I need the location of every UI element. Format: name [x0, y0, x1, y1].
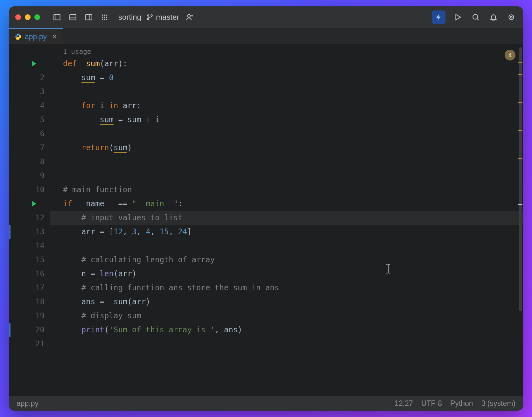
- project-name[interactable]: sorting: [118, 13, 141, 22]
- tab-filename: app.py: [25, 32, 47, 41]
- maximize-window[interactable]: [34, 14, 40, 20]
- code-line[interactable]: # calling function ans store the sum in …: [50, 281, 523, 295]
- gutter-line[interactable]: 17: [9, 281, 50, 295]
- gutter-line[interactable]: 10: [9, 183, 50, 197]
- code-line[interactable]: for i in arr:: [50, 99, 523, 113]
- bottom-panel-icon[interactable]: [67, 12, 78, 23]
- add-user-icon[interactable]: [184, 12, 195, 23]
- scroll-thumb[interactable]: [519, 47, 522, 311]
- code-line[interactable]: [50, 127, 523, 141]
- run-icon[interactable]: [452, 12, 463, 23]
- warning-tick[interactable]: [518, 130, 522, 131]
- window-controls: [15, 14, 40, 20]
- gutter-line[interactable]: 12: [9, 211, 50, 225]
- left-panel-icon[interactable]: [52, 12, 62, 23]
- status-caret-position[interactable]: 12:27: [395, 399, 413, 408]
- grid-menu-icon[interactable]: [99, 12, 110, 23]
- close-window[interactable]: [15, 14, 21, 20]
- code-line[interactable]: def _sum(arr):: [50, 57, 523, 71]
- code-line[interactable]: return(sum): [50, 141, 523, 155]
- code-line[interactable]: print('Sum of this array is ', ans): [50, 323, 523, 337]
- code-line[interactable]: [50, 155, 523, 169]
- tab-app-py[interactable]: app.py ✕: [9, 28, 63, 44]
- gutter-line[interactable]: [9, 197, 50, 211]
- branch-label: master: [156, 13, 179, 22]
- usage-hint[interactable]: 1 usage: [50, 46, 523, 57]
- git-branch[interactable]: master: [146, 13, 179, 22]
- status-file[interactable]: app.py: [17, 399, 38, 408]
- gutter-line[interactable]: 4: [9, 99, 50, 113]
- code-line[interactable]: # calculating length of array: [50, 253, 523, 267]
- code-line[interactable]: # main function: [50, 183, 523, 197]
- line-gutter: 2 3 4 5 6 7 8 9 10 12 13 14 15 16 17 18 …: [9, 45, 50, 396]
- code-line[interactable]: [50, 337, 523, 351]
- svg-point-23: [509, 15, 514, 19]
- svg-point-26: [19, 39, 19, 39]
- svg-point-25: [17, 34, 18, 35]
- code-line[interactable]: [50, 239, 523, 253]
- svg-point-13: [104, 18, 105, 20]
- svg-line-22: [477, 18, 479, 20]
- code-line[interactable]: ans = _sum(arr): [50, 295, 523, 309]
- gutter-line[interactable]: 13: [9, 225, 50, 239]
- minimize-window[interactable]: [25, 14, 31, 20]
- gutter-line[interactable]: 6: [9, 127, 50, 141]
- run-gutter-icon[interactable]: [32, 61, 36, 67]
- code-line[interactable]: if __name__ == "__main__":: [50, 197, 523, 211]
- inspection-badge[interactable]: 4: [505, 50, 515, 60]
- gutter-line[interactable]: 8: [9, 155, 50, 169]
- search-icon[interactable]: [470, 12, 481, 23]
- code-line[interactable]: # display sum: [50, 309, 523, 323]
- run-gutter-icon[interactable]: [32, 201, 36, 207]
- code-line[interactable]: arr = [12, 3, 4, 15, 24]: [50, 225, 523, 239]
- branch-icon: [146, 14, 153, 21]
- gutter-line[interactable]: 3: [9, 85, 50, 99]
- ai-assist-button[interactable]: [432, 11, 445, 24]
- warning-tick[interactable]: [518, 62, 522, 63]
- gutter-line[interactable]: 7: [9, 141, 50, 155]
- warning-tick[interactable]: [518, 102, 522, 103]
- code-line[interactable]: [50, 85, 523, 99]
- svg-rect-2: [70, 14, 76, 20]
- gutter-line[interactable]: 21: [9, 337, 50, 351]
- title-bar: sorting master: [9, 6, 523, 28]
- gutter-line[interactable]: 20: [9, 323, 50, 337]
- svg-point-18: [188, 14, 191, 17]
- close-tab-icon[interactable]: ✕: [52, 33, 57, 40]
- gutter-line[interactable]: 2: [9, 71, 50, 85]
- gutter-line[interactable]: 9: [9, 169, 50, 183]
- code-line[interactable]: n = len(arr): [50, 267, 523, 281]
- vcs-change-marker[interactable]: [9, 225, 10, 239]
- caret-tick[interactable]: [518, 204, 522, 205]
- status-encoding[interactable]: UTF-8: [421, 399, 442, 408]
- gutter-line[interactable]: 18: [9, 295, 50, 309]
- gutter-line[interactable]: 15: [9, 253, 50, 267]
- code-line-current[interactable]: # input values to list: [50, 211, 523, 225]
- gutter-line[interactable]: 5: [9, 113, 50, 127]
- gutter-line[interactable]: 16: [9, 267, 50, 281]
- settings-icon[interactable]: [506, 12, 517, 23]
- code-editor[interactable]: 2 3 4 5 6 7 8 9 10 12 13 14 15 16 17 18 …: [9, 45, 523, 396]
- svg-point-8: [106, 14, 108, 16]
- ide-window: sorting master: [9, 6, 523, 411]
- usage-hint-gutter: [9, 46, 50, 57]
- gutter-line[interactable]: 14: [9, 239, 50, 253]
- warning-tick[interactable]: [518, 158, 522, 159]
- status-interpreter[interactable]: 3 (system): [481, 399, 515, 408]
- svg-point-9: [102, 17, 103, 18]
- svg-point-11: [106, 17, 108, 18]
- right-panel-icon[interactable]: [83, 12, 94, 23]
- gutter-line[interactable]: [9, 57, 50, 71]
- notifications-icon[interactable]: [488, 12, 499, 23]
- svg-point-17: [151, 15, 152, 16]
- code-lines[interactable]: 1 usage def _sum(arr): sum = 0 for i in …: [50, 45, 523, 396]
- svg-point-7: [104, 14, 105, 16]
- vcs-change-marker[interactable]: [9, 323, 10, 337]
- error-stripe[interactable]: [517, 45, 523, 396]
- status-language[interactable]: Python: [450, 399, 473, 408]
- code-line[interactable]: sum = 0: [50, 71, 523, 85]
- warning-tick[interactable]: [518, 74, 522, 75]
- code-line[interactable]: sum = sum + i: [50, 113, 523, 127]
- gutter-line[interactable]: 19: [9, 309, 50, 323]
- code-line[interactable]: [50, 169, 523, 183]
